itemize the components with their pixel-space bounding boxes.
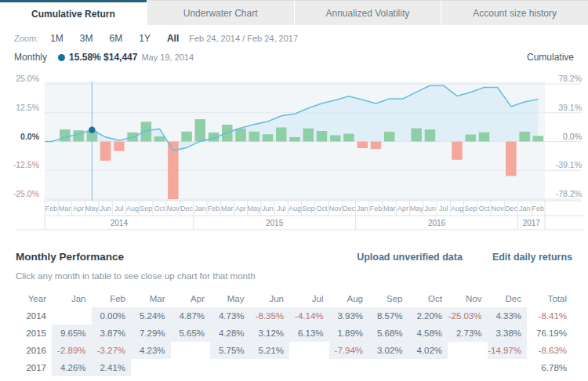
monthly-performance-table: YearJanFebMarAprMayJunJulAugSepOctNovDec…: [16, 290, 572, 376]
month-axis-label: Oct: [154, 205, 166, 212]
month-cell[interactable]: 5.24%: [131, 307, 171, 325]
table-row: 2016-2.89%-3.27%4.23%5.75%5.21%-7.94%3.0…: [16, 342, 572, 359]
monthly-return-bar[interactable]: [73, 130, 84, 141]
month-cell[interactable]: 1.89%: [329, 325, 369, 342]
month-cell[interactable]: -8.35%: [250, 307, 290, 325]
month-cell: [368, 359, 408, 376]
month-cell[interactable]: 3.12%: [250, 325, 290, 342]
month-cell[interactable]: 3.93%: [329, 307, 369, 325]
month-axis-label: Apr: [235, 205, 246, 212]
month-axis-label: May: [248, 205, 262, 212]
zoom-all-button[interactable]: All: [167, 33, 179, 44]
monthly-return-bar[interactable]: [465, 135, 476, 142]
column-header: Jun: [250, 290, 290, 307]
monthly-return-bar[interactable]: [479, 132, 490, 142]
month-cell[interactable]: -4.14%: [289, 307, 329, 325]
month-cell[interactable]: 4.28%: [210, 325, 250, 342]
month-cell[interactable]: 3.87%: [92, 325, 132, 342]
monthly-return-bar[interactable]: [384, 132, 395, 141]
month-cell: [448, 359, 488, 376]
month-axis-label: Nov: [492, 205, 505, 212]
monthly-return-bar[interactable]: [343, 134, 354, 142]
year-axis-label: 2015: [266, 219, 284, 227]
month-cell[interactable]: 4.73%: [210, 307, 250, 325]
month-cell[interactable]: 4.58%: [408, 325, 448, 342]
monthly-return-bar[interactable]: [100, 142, 111, 161]
month-axis-label: Feb: [45, 205, 58, 212]
monthly-return-bar[interactable]: [425, 129, 436, 141]
month-cell: [52, 307, 92, 325]
month-axis-label: Mar: [383, 205, 396, 212]
zoom-6m-button[interactable]: 6M: [110, 33, 123, 44]
month-cell[interactable]: 7.29%: [131, 325, 171, 342]
month-cell[interactable]: 5.75%: [210, 342, 250, 359]
monthly-return-bar[interactable]: [235, 129, 246, 142]
month-axis-label: Mar: [59, 205, 71, 212]
month-cell[interactable]: 2.41%: [92, 359, 132, 376]
monthly-return-bar[interactable]: [506, 142, 517, 176]
zoom-1y-button[interactable]: 1Y: [139, 33, 151, 44]
month-cell[interactable]: 4.87%: [171, 307, 211, 325]
month-cell[interactable]: -14.97%: [488, 342, 528, 359]
monthly-return-bar[interactable]: [330, 136, 341, 142]
zoom-1m-button[interactable]: 1M: [50, 33, 64, 44]
tab-account-size-history[interactable]: Account size history: [441, 0, 588, 25]
month-cell[interactable]: 3.02%: [368, 342, 408, 359]
left-axis-tick: 25.0%: [16, 74, 39, 83]
tab-label: Annualized Volatility: [326, 8, 410, 19]
monthly-return-bar[interactable]: [276, 128, 287, 142]
monthly-return-bar[interactable]: [533, 136, 544, 141]
month-cell[interactable]: 4.33%: [488, 307, 528, 325]
zoom-3m-button[interactable]: 3M: [80, 33, 93, 44]
monthly-return-bar[interactable]: [263, 134, 274, 141]
monthly-return-bar[interactable]: [411, 129, 422, 142]
month-cell[interactable]: 6.13%: [289, 325, 329, 342]
tooltip-date: May 19, 2014: [141, 53, 194, 62]
month-cell[interactable]: 4.23%: [131, 342, 171, 359]
month-cell[interactable]: -25.03%: [448, 307, 488, 325]
month-cell[interactable]: 4.02%: [408, 342, 448, 359]
tab-underwater-chart[interactable]: Underwater Chart: [147, 0, 294, 25]
monthly-return-bar[interactable]: [303, 129, 314, 142]
month-cell[interactable]: -2.89%: [52, 342, 92, 359]
tab-annualized-volatility[interactable]: Annualized Volatility: [294, 0, 441, 25]
month-axis-label: Aug: [289, 205, 301, 212]
year-axis-label: 2017: [523, 219, 541, 227]
table-row: 20140.00%5.24%4.87%4.73%-8.35%-4.14%3.93…: [16, 307, 572, 325]
monthly-return-bar[interactable]: [154, 136, 165, 142]
table-header-row: Monthly Performance Upload unverified da…: [16, 251, 572, 263]
monthly-return-bar[interactable]: [371, 142, 382, 150]
monthly-return-bar[interactable]: [317, 131, 328, 142]
month-cell[interactable]: 5.21%: [250, 342, 290, 359]
monthly-return-bar[interactable]: [289, 137, 300, 142]
monthly-return-bar[interactable]: [358, 142, 368, 149]
edit-daily-returns-link[interactable]: Edit daily returns: [492, 252, 572, 263]
month-axis-label: Aug: [126, 205, 139, 212]
monthly-return-bar[interactable]: [114, 142, 125, 151]
month-cell[interactable]: 4.26%: [52, 359, 92, 376]
tab-cumulative-return[interactable]: Cumulative Return: [0, 0, 147, 25]
monthly-return-bar[interactable]: [452, 142, 463, 160]
monthly-return-bar[interactable]: [519, 132, 530, 142]
month-cell[interactable]: 2.20%: [408, 307, 448, 325]
monthly-return-bar[interactable]: [141, 122, 152, 141]
month-cell[interactable]: 0.00%: [92, 307, 132, 325]
monthly-return-bar[interactable]: [60, 129, 71, 141]
month-cell[interactable]: -7.94%: [329, 342, 369, 359]
upload-unverified-data-link[interactable]: Upload unverified data: [357, 252, 463, 263]
cumulative-return-chart[interactable]: 25.0%78.2%12.5%39.1%0.0%0.0%-12.5%-39.1%…: [0, 64, 588, 232]
month-cell[interactable]: 3.38%: [488, 325, 528, 342]
month-cell[interactable]: 5.65%: [171, 325, 211, 342]
month-cell[interactable]: 5.68%: [368, 325, 408, 342]
year-cell: 2015: [16, 325, 52, 342]
month-cell[interactable]: -3.27%: [92, 342, 132, 359]
monthly-return-bar[interactable]: [249, 132, 260, 142]
month-cell[interactable]: 9.65%: [52, 325, 92, 342]
monthly-return-bar[interactable]: [181, 132, 192, 142]
crosshair-point: [89, 127, 95, 133]
month-cell[interactable]: 8.57%: [368, 307, 408, 325]
left-axis-tick: -12.5%: [13, 160, 39, 169]
month-cell[interactable]: 2.73%: [448, 325, 488, 342]
monthly-return-bar[interactable]: [195, 119, 206, 141]
month-axis-label: Jul: [277, 205, 286, 212]
